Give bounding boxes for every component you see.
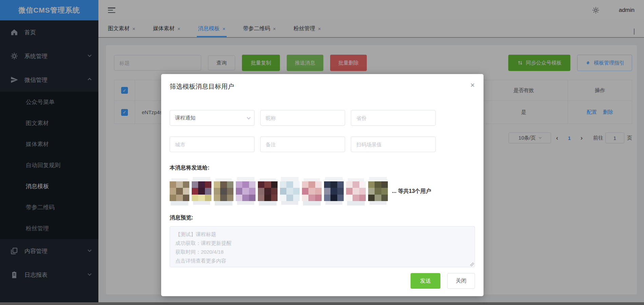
avatar-tiles: [170, 181, 388, 201]
more-users-label: ... 等共13个用户: [392, 188, 431, 195]
close-button[interactable]: 关闭: [447, 273, 475, 289]
user-avatar: [346, 181, 366, 201]
send-to-label: 本消息将发送给:: [170, 164, 475, 172]
user-avatar: [324, 181, 344, 201]
user-avatar: [236, 181, 255, 201]
message-preview-textarea[interactable]: 【测试】课程标题 成功获取：课程更新提醒 获取时间：2020/4/18 点击详情…: [170, 226, 475, 267]
preview-label: 消息预览:: [170, 214, 475, 221]
scene-value-input[interactable]: [351, 137, 436, 152]
preview-line: 获取时间：2020/4/18: [175, 248, 469, 256]
filter-row-2: [170, 137, 475, 152]
user-avatar: [258, 181, 278, 201]
province-input[interactable]: [351, 110, 436, 126]
send-button[interactable]: 发送: [411, 273, 440, 289]
user-avatar: [280, 181, 300, 201]
dialog-title: 筛选模板消息目标用户: [170, 82, 475, 91]
dialog-footer: 发送 关闭: [411, 273, 475, 289]
user-avatar: [192, 181, 211, 201]
resize-handle[interactable]: [470, 263, 474, 266]
user-avatar: [214, 181, 233, 201]
nickname-input[interactable]: [260, 110, 345, 126]
avatar-row: ... 等共13个用户: [170, 177, 475, 205]
filter-row-1: [170, 110, 475, 126]
template-type-value[interactable]: [170, 110, 254, 126]
filter-users-dialog: 筛选模板消息目标用户 × 本消息将发送给: ... 等共13个用户 消息预览: …: [161, 74, 484, 296]
dialog-close-icon[interactable]: ×: [470, 82, 475, 89]
user-avatar: [368, 181, 388, 201]
user-avatar: [302, 181, 322, 201]
remark-input[interactable]: [260, 137, 345, 152]
city-input[interactable]: [170, 137, 254, 152]
template-type-select[interactable]: [170, 110, 254, 126]
preview-line: 成功获取：课程更新提醒: [175, 239, 469, 248]
preview-line: 点击详情查看更多内容: [175, 256, 469, 265]
preview-line: 【测试】课程标题: [175, 230, 469, 239]
user-avatar: [170, 181, 189, 201]
